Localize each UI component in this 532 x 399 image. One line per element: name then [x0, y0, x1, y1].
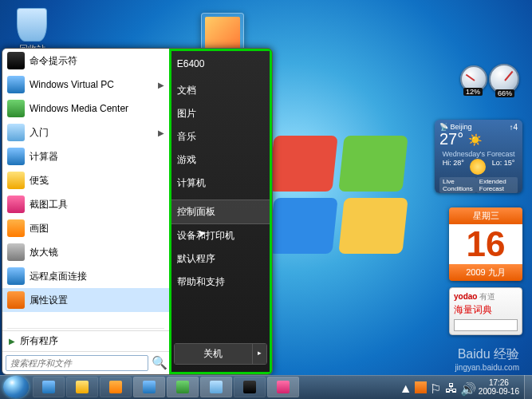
start-right-item-0[interactable]: E6400	[169, 53, 272, 74]
show-desktop-button[interactable]	[524, 375, 532, 399]
sun-icon	[470, 159, 486, 175]
tray-network-icon[interactable]: 🖧	[445, 381, 457, 393]
taskbar-app-2[interactable]	[200, 377, 232, 397]
wallpaper-windows-logo	[271, 136, 415, 271]
taskbar-ie[interactable]	[33, 377, 65, 397]
tray-flag-icon[interactable]: ⚐	[430, 381, 442, 393]
shutdown-options-arrow[interactable]: ▸	[252, 344, 266, 364]
start-item-label: 画图	[30, 222, 49, 235]
start-item-label: Windows Media Center	[30, 103, 128, 114]
wmp-icon	[109, 381, 122, 393]
gadget-calendar[interactable]: 星期三 16 2009 九月	[449, 207, 522, 281]
start-right-item-5[interactable]: 计算机	[169, 172, 272, 195]
shutdown-button[interactable]: 关机 ▸	[174, 343, 267, 365]
start-item-label: 计算器	[30, 150, 58, 164]
chevron-right-icon: ▶	[158, 81, 164, 89]
taskbar-mediaplayer[interactable]	[100, 377, 132, 397]
search-icon: 🔍	[152, 355, 166, 371]
start-right-panel: E6400文档图片音乐游戏计算机控制面板设备和打印机默认程序帮助和支持 关机 ▸	[169, 49, 272, 374]
app-icon	[210, 381, 223, 393]
clock-date: 2009-09-16	[479, 387, 519, 396]
start-right-item-3[interactable]: 音乐	[169, 125, 272, 148]
app-icon	[176, 381, 189, 393]
folder-icon	[76, 381, 89, 393]
start-item-label: 入门	[30, 126, 49, 140]
start-item-4[interactable]: 计算器	[2, 144, 169, 168]
start-right-item-1[interactable]: 文档	[169, 79, 272, 102]
dict-sub: 海量词典	[454, 303, 518, 317]
clock-time: 17:26	[479, 378, 519, 387]
start-item-6[interactable]: 截图工具	[2, 192, 169, 216]
taskbar-explorer[interactable]	[66, 377, 98, 397]
program-icon	[7, 52, 25, 69]
program-icon	[7, 219, 25, 237]
start-item-label: 便笺	[30, 174, 49, 188]
recycle-bin-icon	[17, 8, 47, 41]
cpu-percent: 12%	[463, 88, 483, 96]
start-search-input[interactable]	[6, 355, 148, 371]
start-right-item-6[interactable]: 控制面板	[169, 200, 272, 224]
dict-brand-cn: 有道	[479, 292, 495, 301]
start-item-8[interactable]: 放大镜	[2, 240, 169, 264]
start-item-label: 截图工具	[30, 198, 68, 211]
start-right-item-7[interactable]: 设备和打印机	[169, 224, 272, 247]
gadget-dictionary[interactable]: yodao 有道 海量词典	[449, 287, 522, 335]
shutdown-label: 关机	[175, 344, 252, 364]
start-all-programs[interactable]: ▶ 所有程序	[2, 330, 169, 351]
taskbar-app-1[interactable]	[167, 377, 199, 397]
program-icon	[7, 267, 25, 285]
start-right-item-8[interactable]: 默认程序	[169, 247, 272, 271]
weather-sun-icon: ☀️	[468, 133, 482, 146]
program-icon	[7, 196, 25, 213]
weather-temp: 27°	[439, 130, 463, 148]
start-item-10[interactable]: 属性设置	[2, 288, 169, 312]
start-right-item-2[interactable]: 图片	[169, 102, 272, 125]
start-item-label: 远程桌面连接	[30, 270, 87, 283]
extended-forecast-link[interactable]: Extended Forecast	[476, 177, 518, 193]
dict-brand: yodao	[454, 292, 477, 301]
start-item-2[interactable]: Windows Media Center	[2, 97, 169, 120]
chevron-right-icon: ▶	[158, 128, 164, 137]
dict-input[interactable]	[454, 319, 518, 331]
start-item-label: 放大镜	[30, 246, 58, 259]
watermark: Baidu 经验 jingyan.baidu.com	[455, 346, 519, 372]
program-icon	[7, 76, 25, 93]
gadget-weather[interactable]: 📡 Beijing ↑4 27° ☀️ Wednesday's Forecast…	[435, 120, 522, 193]
start-right-item-9[interactable]: 帮助和支持	[169, 271, 272, 294]
wind-indicator: ↑4	[509, 123, 518, 132]
program-icon	[7, 291, 25, 309]
start-left-panel: 命令提示符Windows Virtual PC▶Windows Media Ce…	[2, 49, 169, 374]
program-icon	[7, 243, 25, 261]
gadget-cpu-meter[interactable]: 12% 66%	[459, 64, 522, 100]
live-conditions-link[interactable]: Live Conditions	[439, 177, 476, 193]
start-item-label: 属性设置	[30, 294, 68, 307]
start-search-row: 🔍	[2, 351, 169, 374]
program-icon	[7, 124, 25, 141]
start-item-9[interactable]: 远程桌面连接	[2, 264, 169, 288]
weather-lo: Lo: 15°	[492, 159, 515, 175]
start-right-item-4[interactable]: 游戏	[169, 148, 272, 172]
start-item-5[interactable]: 便笺	[2, 168, 169, 192]
start-item-1[interactable]: Windows Virtual PC▶	[2, 73, 169, 97]
tray-volume-icon[interactable]: 🔊	[460, 381, 472, 393]
taskbar-word[interactable]	[133, 377, 165, 397]
cmd-icon	[243, 381, 256, 393]
taskbar-app-3[interactable]	[267, 377, 299, 397]
all-programs-label: 所有程序	[20, 334, 58, 348]
start-orb[interactable]	[3, 376, 29, 398]
taskbar: ▲ ⚐ 🖧 🔊 17:26 2009-09-16	[0, 375, 532, 399]
start-item-0[interactable]: 命令提示符	[2, 49, 169, 73]
word-icon	[143, 381, 156, 393]
start-item-label: Windows Virtual PC	[30, 79, 114, 90]
taskbar-cmd[interactable]	[234, 377, 266, 397]
tray-chevron-icon[interactable]: ▲	[400, 381, 412, 393]
weather-hi: Hi: 28°	[443, 159, 464, 175]
taskbar-clock[interactable]: 17:26 2009-09-16	[474, 378, 524, 396]
chevron-right-icon: ▶	[9, 337, 15, 346]
ie-icon	[42, 381, 55, 393]
start-item-3[interactable]: 入门▶	[2, 120, 169, 144]
start-menu: 命令提示符Windows Virtual PC▶Windows Media Ce…	[2, 48, 273, 375]
tray-sogou-icon[interactable]	[415, 381, 427, 393]
calendar-weekday: 星期三	[449, 207, 522, 224]
start-item-7[interactable]: 画图	[2, 216, 169, 240]
